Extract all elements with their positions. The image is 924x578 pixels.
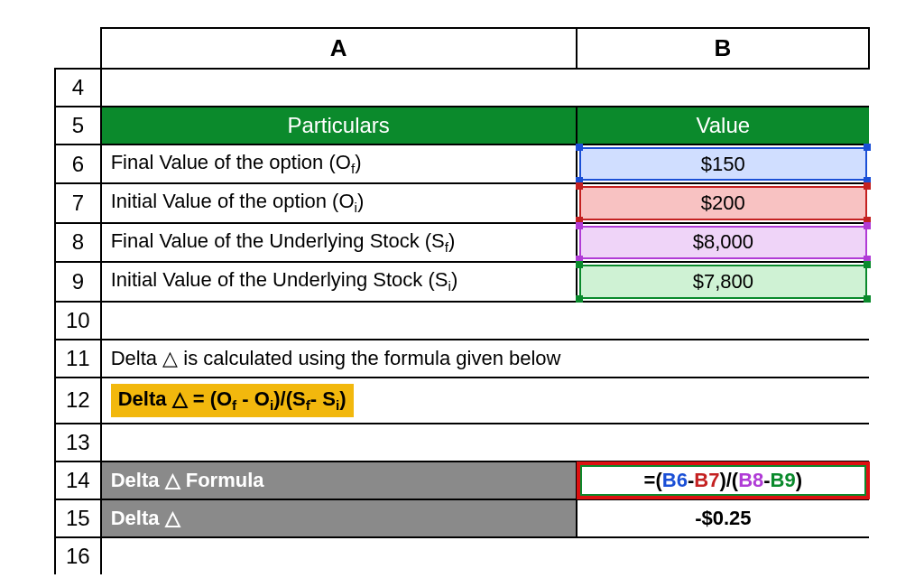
value-sf[interactable]: $8,000: [577, 223, 869, 262]
row-13[interactable]: 13: [55, 424, 101, 461]
row-8[interactable]: 8: [55, 223, 101, 262]
label-sf[interactable]: Final Value of the Underlying Stock (Sf): [101, 223, 577, 262]
cell-b13[interactable]: [577, 424, 869, 461]
label-si[interactable]: Initial Value of the Underlying Stock (S…: [101, 262, 577, 301]
value-si[interactable]: $7,800: [577, 262, 869, 301]
cell-b10[interactable]: [577, 302, 869, 340]
value-oi[interactable]: $200: [577, 183, 869, 222]
cell-a13[interactable]: [101, 424, 577, 461]
cell-a16[interactable]: [101, 537, 577, 574]
row-16[interactable]: 16: [55, 537, 101, 574]
cell-a4[interactable]: [101, 69, 577, 107]
header-particulars[interactable]: Particulars: [101, 107, 577, 144]
row-9[interactable]: 9: [55, 262, 101, 301]
row-5[interactable]: 5: [55, 107, 101, 144]
col-header-a[interactable]: A: [101, 28, 577, 69]
delta-value[interactable]: -$0.25: [577, 499, 869, 537]
row-12[interactable]: 12: [55, 378, 101, 424]
cell-b4[interactable]: [577, 69, 869, 107]
row-6[interactable]: 6: [55, 144, 101, 183]
row-11[interactable]: 11: [55, 340, 101, 378]
spreadsheet-table: A B 4 5 Particulars Value 6 Final Value …: [54, 27, 870, 574]
row-4[interactable]: 4: [55, 69, 101, 107]
cell-a10[interactable]: [101, 302, 577, 340]
label-oi[interactable]: Initial Value of the option (Oi): [101, 183, 577, 222]
header-value[interactable]: Value: [577, 107, 869, 144]
col-header-b[interactable]: B: [577, 28, 869, 69]
row-14[interactable]: 14: [55, 461, 101, 499]
corner-cell: [55, 28, 101, 69]
delta-formula-label[interactable]: Delta △ Formula: [101, 461, 577, 499]
value-of[interactable]: $150: [577, 144, 869, 183]
note-cell[interactable]: Delta △ is calculated using the formula …: [101, 340, 869, 378]
row-15[interactable]: 15: [55, 499, 101, 537]
cell-b16[interactable]: [577, 537, 869, 574]
delta-label[interactable]: Delta △: [101, 499, 577, 537]
label-of[interactable]: Final Value of the option (Of): [101, 144, 577, 183]
row-10[interactable]: 10: [55, 302, 101, 340]
row-7[interactable]: 7: [55, 183, 101, 222]
delta-formula-value[interactable]: =(B6-B7)/(B8-B9): [577, 461, 869, 499]
formula-cell[interactable]: Delta △ = (Of - Oi)/(Sf- Si): [101, 378, 869, 424]
